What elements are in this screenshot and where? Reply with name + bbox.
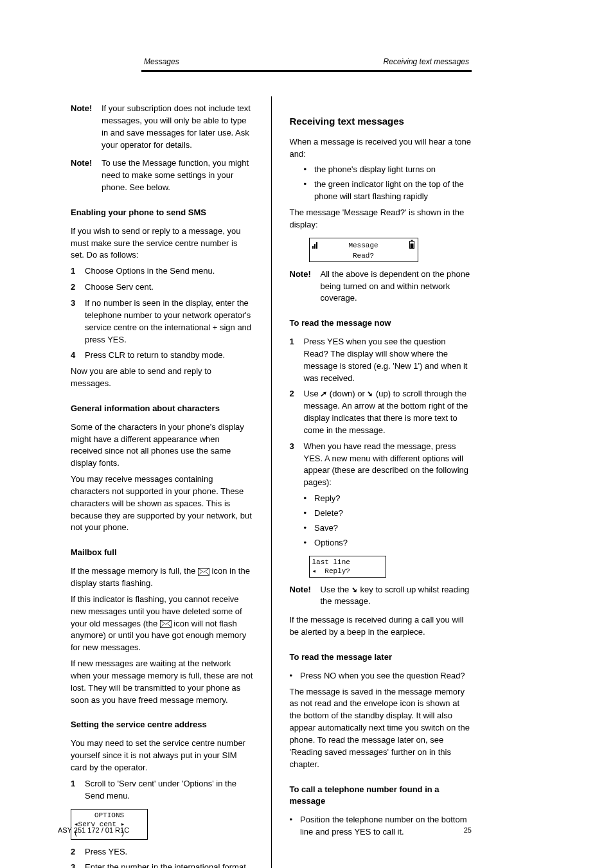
- heading-set-service-centre: Setting the service centre address: [71, 719, 253, 731]
- bullet-text: Press NO when you see the question Read?: [300, 670, 465, 682]
- svg-rect-11: [410, 244, 413, 248]
- step-text: Press CLR to return to standby mode.: [85, 350, 253, 362]
- bullet-icon: [290, 670, 297, 682]
- header-rule: [141, 70, 472, 72]
- paragraph: If new messages are waiting at the netwo…: [71, 658, 253, 706]
- paragraph: Now you are able to send and reply to me…: [71, 366, 253, 390]
- bullet-item: Save?: [304, 522, 472, 535]
- note-block: Note! If your subscription does not incl…: [71, 103, 253, 151]
- step-number: 3: [71, 862, 80, 868]
- arrow-up-icon: ➘: [350, 585, 359, 596]
- note-text: If your subscription does not include te…: [102, 103, 253, 151]
- list-item: 1 Scroll to 'Serv cent' under 'Options' …: [71, 778, 253, 802]
- step-number: 3: [71, 297, 80, 346]
- step-number: 3: [290, 441, 299, 489]
- bullet-icon: [304, 493, 311, 505]
- arrow-up-icon: ➘: [366, 389, 375, 400]
- text-run: (down) or: [330, 389, 368, 398]
- battery-icon: [409, 240, 415, 251]
- list-item: 3 When you have read the message, press …: [290, 441, 472, 489]
- content: Note! If your subscription does not incl…: [71, 96, 472, 829]
- lcd-line: OPTIONS: [74, 811, 145, 820]
- text-run: If the message memory is full, the: [71, 566, 198, 576]
- note-block: Note! Use the ➘ key to scroll up whilst …: [290, 584, 472, 608]
- envelope-icon: [160, 619, 174, 628]
- bullet-icon: [304, 164, 311, 176]
- step-number: 1: [71, 265, 80, 278]
- step-number: 2: [290, 388, 299, 436]
- lcd-line: ◂ Reply?: [312, 567, 383, 576]
- list-item: 3 Enter the number in the international …: [71, 862, 253, 868]
- list-item: 2 Press YES.: [71, 846, 253, 858]
- bullet-icon: [304, 537, 311, 549]
- step-text: Press YES when you see the question Read…: [304, 336, 472, 384]
- paragraph: The message is saved in the message memo…: [290, 686, 472, 771]
- bullet-item: Delete?: [304, 508, 472, 520]
- heading-call-number: To call a telephone number found in a me…: [290, 784, 472, 808]
- list-item: 4 Press CLR to return to standby mode.: [71, 350, 253, 362]
- step-text: Choose Options in the Send menu.: [85, 265, 253, 278]
- step-text: Scroll to 'Serv cent' under 'Options' in…: [85, 778, 253, 802]
- column-divider: [271, 96, 272, 868]
- envelope-icon: [198, 566, 212, 576]
- paragraph: If the message memory is full, the icon …: [71, 565, 253, 590]
- note-text: All the above is dependent on the phone …: [321, 269, 472, 305]
- step-text: Choose Serv cent.: [85, 281, 253, 294]
- heading-receiving: Receiving text messages: [290, 114, 472, 128]
- list-item: 2 Choose Serv cent.: [71, 281, 253, 294]
- lcd-line: Read?: [312, 251, 415, 260]
- lcd-display-reply: last line ◂ Reply?: [309, 556, 386, 578]
- text-run: (up) to scroll through the message. An a…: [304, 389, 468, 435]
- step-number: 1: [290, 336, 299, 384]
- header-left: Messages: [144, 57, 179, 67]
- bullet-item: Options?: [304, 537, 472, 549]
- bullet-icon: [304, 179, 311, 203]
- lcd-line: Message: [348, 241, 378, 250]
- step-text: Use ➚ (down) or ➘ (up) to scroll through…: [304, 388, 472, 436]
- note-text: Use the ➘ key to scroll up whilst readin…: [321, 584, 472, 608]
- bullet-text: Options?: [314, 537, 348, 549]
- svg-line-1: [198, 572, 202, 576]
- paragraph: If you wish to send or reply to a messag…: [71, 226, 253, 262]
- text-run: Use: [304, 389, 321, 398]
- header-right: Receiving text messages: [384, 57, 469, 67]
- step-number: 4: [71, 350, 80, 362]
- signal-icon: [312, 240, 319, 251]
- page-header: Messages Receiving text messages: [141, 57, 472, 72]
- step-text: Press YES.: [85, 846, 253, 858]
- bullet-item: Press NO when you see the question Read?: [290, 670, 472, 682]
- svg-rect-6: [312, 246, 314, 249]
- bullet-text: Delete?: [314, 508, 343, 520]
- svg-line-2: [206, 572, 209, 576]
- text-run: Use the: [321, 585, 351, 594]
- paragraph: You may receive messages containing char…: [71, 474, 253, 534]
- paragraph: If the message is received during a call…: [290, 614, 472, 639]
- step-number: 2: [71, 846, 80, 858]
- step-text: Enter the number in the international fo…: [85, 862, 253, 868]
- paragraph: When a message is received you will hear…: [290, 136, 472, 161]
- note-block: Note! All the above is dependent on the …: [290, 269, 472, 305]
- note-label: Note!: [71, 157, 95, 194]
- note-text: To use the Message function, you might n…: [102, 157, 253, 194]
- list-item: 2 Use ➚ (down) or ➘ (up) to scroll throu…: [290, 388, 472, 436]
- list-item: 3 If no number is seen in the display, e…: [71, 297, 253, 346]
- heading-mailbox-full: Mailbox full: [71, 547, 253, 559]
- step-number: 1: [71, 778, 80, 802]
- right-column: Receiving text messages When a message i…: [290, 96, 472, 868]
- heading-read-later: To read the message later: [290, 651, 472, 664]
- arrow-down-icon: ➚: [320, 389, 328, 400]
- footer-page-number: 25: [464, 826, 472, 836]
- bullet-icon: [304, 508, 311, 520]
- lcd-line: last line: [312, 558, 383, 567]
- note-label: Note!: [290, 269, 314, 305]
- left-column: Note! If your subscription does not incl…: [71, 96, 253, 868]
- svg-rect-8: [316, 242, 317, 249]
- svg-rect-7: [314, 244, 315, 249]
- list-item: 1 Choose Options in the Send menu.: [71, 265, 253, 278]
- heading-read-now: To read the message now: [290, 317, 472, 330]
- svg-rect-10: [411, 240, 413, 241]
- page-footer: ASY 251 172 / 01 R1C 25: [58, 826, 472, 836]
- paragraph: Some of the characters in your phone's d…: [71, 421, 253, 470]
- bullet-text: Reply?: [314, 493, 340, 505]
- paragraph: If this indicator is flashing, you canno…: [71, 594, 253, 654]
